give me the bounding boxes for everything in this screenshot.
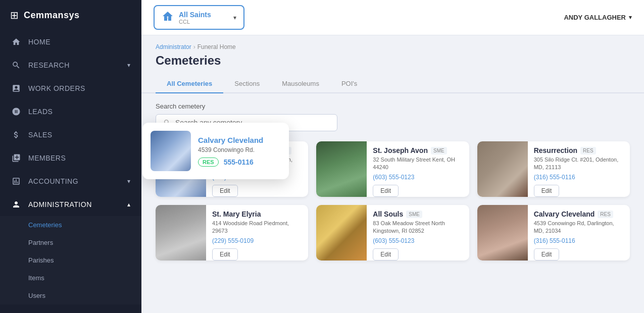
cemetery-card-name-1: St. Joseph Avon (373, 146, 428, 154)
sidebar-item-sales[interactable]: SALES (0, 123, 141, 146)
cemetery-card-3: St. Mary Elyria 414 Woodside Road Piedmo… (156, 205, 308, 260)
sidebar: ⊞ Cemmansys HOME RESEARCH ▾ WORK ORDERS (0, 0, 141, 313)
administration-icon (11, 199, 21, 210)
cemetery-card-edit-1[interactable]: Edit (373, 185, 399, 197)
cemetery-card-name-2: Resurrection (534, 146, 577, 154)
app-name: Cemmansys (24, 10, 80, 21)
cemetery-card-4: All Souls SME 83 Oak Meadow Street North… (316, 205, 469, 260)
page-header: Administrator › Funeral Home Cemeteries (141, 35, 644, 75)
top-header: All Saints CCL ▾ ANDY GALLAGHER ▾ (141, 0, 644, 35)
cemetery-card-badge-5: RES (598, 211, 613, 218)
breadcrumb-parent[interactable]: Administrator (156, 43, 191, 50)
leads-icon (11, 107, 21, 117)
cemetery-name: All Saints (179, 11, 211, 19)
cemetery-card-1: St. Joseph Avon SME 32 South Military St… (316, 141, 469, 197)
cemetery-card-image-3 (156, 205, 206, 260)
tooltip-badge: RES (198, 158, 219, 167)
cemetery-card-image-4 (316, 205, 367, 260)
tooltip-name: Calvary Cleveland (198, 136, 281, 144)
submenu-items[interactable]: Items (0, 269, 141, 287)
cemetery-card-edit-4[interactable]: Edit (373, 248, 399, 260)
search-label: Search cemetery (156, 102, 630, 110)
user-menu[interactable]: ANDY GALLAGHER ▾ (564, 14, 632, 21)
logo-icon: ⊞ (10, 9, 19, 21)
cemetery-card-5: Calvary Cleveland RES 4539 Conowingo Rd,… (477, 205, 630, 260)
cemetery-card-address-3: 414 Woodside Road Piedmont, 29673 (212, 220, 302, 235)
members-icon (11, 153, 21, 163)
sidebar-item-accounting[interactable]: ACCOUNTING ▾ (0, 170, 141, 193)
breadcrumb-separator: › (193, 43, 195, 50)
submenu-parishes[interactable]: Parishes (0, 251, 141, 269)
cemetery-card-phone-5: (316) 555-0116 (534, 237, 624, 244)
cemetery-info: All Saints CCL (179, 11, 211, 25)
sidebar-item-home[interactable]: HOME (0, 30, 141, 54)
home-label: HOME (28, 38, 51, 46)
cemetery-card-edit-3[interactable]: Edit (212, 248, 238, 260)
cemetery-selector-icon (162, 10, 174, 25)
cemetery-card-image-2 (477, 141, 528, 197)
sidebar-item-members[interactable]: MEMBERS (0, 146, 141, 170)
main-content: All Saints CCL ▾ ANDY GALLAGHER ▾ Admini… (141, 0, 644, 313)
administration-label: ADMINISTRATION (28, 200, 92, 208)
cemetery-sub: CCL (179, 19, 211, 25)
tab-mausoleums[interactable]: Mausoleums (271, 75, 330, 93)
cemetery-card-phone-4: (603) 555-0123 (373, 237, 463, 244)
cemetery-card-phone-1: (603) 555-0123 (373, 174, 463, 181)
submenu-partners[interactable]: Partners (0, 234, 141, 251)
content-area: Search cemetery Calvary Cleveland RES (141, 93, 644, 313)
cemetery-card-phone-2: (316) 555-0116 (534, 174, 624, 181)
workorders-icon (11, 83, 21, 93)
cemetery-card-name-3: St. Mary Elyria (212, 210, 261, 218)
submenu-users[interactable]: Users (0, 287, 141, 304)
user-chevron-icon: ▾ (629, 14, 632, 21)
research-icon (11, 60, 21, 70)
workorders-label: WORK ORDERS (28, 84, 85, 92)
cemetery-card-2: Resurrection RES 305 Silo Ridge Ct. #201… (477, 141, 630, 197)
submenu-cemeteries[interactable]: Cemeteries (0, 216, 141, 234)
administration-chevron-icon: ▴ (127, 201, 131, 208)
tooltip-badge-phone: RES 555-0116 (198, 158, 281, 167)
sidebar-item-research[interactable]: RESEARCH ▾ (0, 54, 141, 77)
cemetery-card-address-2: 305 Silo Ridge Ct. #201, Odenton, MD, 21… (534, 156, 624, 172)
tooltip-phone: 555-0116 (224, 158, 254, 166)
cemetery-card-info-1: St. Joseph Avon SME 32 South Military St… (367, 141, 469, 197)
breadcrumb-child: Funeral Home (197, 43, 236, 50)
cemetery-card-edit-5[interactable]: Edit (534, 248, 560, 260)
cemetery-card-badge-4: SME (406, 211, 422, 218)
cemetery-card-address-5: 4539 Conowingo Rd, Darlington, MD, 21034 (534, 220, 624, 235)
tooltip-card: Calvary Cleveland 4539 Conowingo Rd. RES… (142, 123, 289, 179)
sidebar-item-administration[interactable]: ADMINISTRATION ▴ (0, 193, 141, 216)
sidebar-item-leads[interactable]: LEADS (0, 100, 141, 123)
cemetery-card-image-1 (316, 141, 367, 197)
tab-sections[interactable]: Sections (223, 75, 271, 93)
cemetery-card-name-5: Calvary Cleveland (534, 210, 595, 218)
page-title: Cemeteries (156, 54, 630, 68)
members-label: MEMBERS (28, 154, 66, 162)
leads-label: LEADS (28, 108, 53, 116)
sidebar-item-workorders[interactable]: WORK ORDERS (0, 77, 141, 100)
cemetery-selector-chevron-icon: ▾ (233, 14, 236, 21)
tooltip-address: 4539 Conowingo Rd. (198, 146, 281, 153)
cemetery-card-address-4: 83 Oak Meadow Street North Kingstown, RI… (373, 220, 463, 235)
cemetery-selector[interactable]: All Saints CCL ▾ (154, 5, 244, 30)
admin-submenu: Cemeteries Partners Parishes Items Users (0, 216, 141, 304)
tabs-bar: All Cemeteries Sections Mausoleums POI's (141, 75, 644, 93)
tooltip-info: Calvary Cleveland 4539 Conowingo Rd. RES… (198, 136, 281, 167)
tab-all-cemeteries[interactable]: All Cemeteries (156, 75, 223, 93)
breadcrumb: Administrator › Funeral Home (156, 43, 630, 50)
research-chevron-icon: ▾ (127, 62, 131, 69)
cemetery-card-image-5 (477, 205, 528, 260)
tooltip-image (151, 131, 191, 171)
cemetery-card-edit-0[interactable]: Edit (212, 185, 238, 197)
accounting-label: ACCOUNTING (28, 177, 78, 185)
sales-icon (11, 130, 21, 140)
cemetery-card-info-2: Resurrection RES 305 Silo Ridge Ct. #201… (528, 141, 630, 197)
logo-area: ⊞ Cemmansys (0, 0, 141, 30)
tab-pois[interactable]: POI's (330, 75, 368, 93)
cemetery-card-edit-2[interactable]: Edit (534, 185, 560, 197)
cemetery-card-info-3: St. Mary Elyria 414 Woodside Road Piedmo… (206, 205, 308, 260)
sidebar-nav: HOME RESEARCH ▾ WORK ORDERS LEADS (0, 30, 141, 313)
home-icon (11, 37, 21, 47)
cemetery-card-badge-1: SME (431, 147, 447, 154)
accounting-chevron-icon: ▾ (127, 178, 131, 185)
